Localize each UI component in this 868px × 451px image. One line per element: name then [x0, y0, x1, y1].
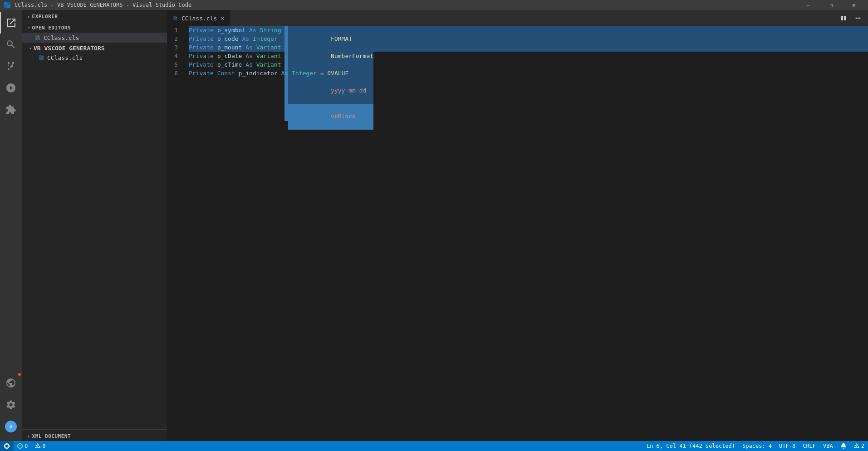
- activity-item-remote[interactable]: [0, 372, 22, 394]
- activity-item-debug[interactable]: [0, 77, 22, 99]
- main-layout: A › EXPLORER › OPEN EDITORS cls CClass.c…: [0, 10, 868, 441]
- tab-label: CClass.cls: [181, 15, 217, 22]
- top-right-buttons: [837, 10, 864, 26]
- sidebar: › EXPLORER › OPEN EDITORS cls CClass.cls…: [22, 10, 167, 441]
- status-notifications[interactable]: [837, 441, 850, 451]
- xml-doc-section: › XML DOCUMENT: [22, 429, 167, 441]
- svg-rect-3: [7, 5, 10, 8]
- xml-doc-label: XML DOCUMENT: [32, 433, 71, 439]
- svg-point-7: [856, 17, 857, 19]
- more-actions-button[interactable]: [852, 12, 864, 24]
- close-button[interactable]: ✕: [843, 0, 864, 10]
- status-warnings[interactable]: 0: [31, 441, 49, 451]
- vb-file-cclass[interactable]: cls CClass.cls: [22, 53, 167, 63]
- svg-point-9: [859, 17, 861, 19]
- xml-doc-header[interactable]: › XML DOCUMENT: [22, 430, 167, 441]
- tab-close-button[interactable]: ✕: [221, 15, 224, 22]
- maximize-button[interactable]: □: [821, 0, 842, 10]
- editor-area: CClass.cls ✕ 1 2 3: [167, 10, 868, 441]
- tab-cclass[interactable]: CClass.cls ✕: [167, 10, 230, 26]
- status-bar: 0 0 Ln 6, Col 41 (442 selected) Spaces: …: [0, 441, 868, 451]
- open-editors-label: OPEN EDITORS: [32, 25, 71, 31]
- vb-file-filename: CClass.cls: [47, 54, 83, 61]
- explorer-icon: [6, 17, 17, 28]
- status-spaces[interactable]: Spaces: 4: [739, 441, 775, 451]
- line-num-3: 3: [167, 43, 181, 52]
- settings-icon: [5, 399, 16, 410]
- svg-rect-1: [7, 2, 10, 5]
- status-bar-right: Ln 6, Col 41 (442 selected) Spaces: 4 UT…: [643, 441, 868, 451]
- activity-item-extensions[interactable]: [0, 99, 22, 121]
- debug-icon: [5, 82, 16, 93]
- status-position-text: Ln 6, Col 41 (442 selected): [647, 443, 735, 449]
- status-line-ending[interactable]: CRLF: [799, 441, 819, 451]
- kw-private-1: Private: [189, 26, 214, 34]
- notification-dot: [18, 373, 21, 376]
- status-position[interactable]: Ln 6, Col 41 (442 selected): [643, 441, 739, 451]
- warning-icon: [35, 443, 40, 449]
- search-icon: [5, 39, 16, 50]
- editor-content[interactable]: 1 2 3 4 5 6 Private p_symbol As String: [167, 26, 868, 441]
- line-num-2: 2: [167, 34, 181, 43]
- title-bar: CClass.cls - VB VSCODE GENERATORS - Visu…: [0, 0, 868, 10]
- activity-item-search[interactable]: [0, 34, 22, 55]
- avatar-circle: A: [5, 421, 17, 432]
- tab-bar: CClass.cls ✕: [167, 10, 868, 26]
- status-language-text: VBA: [823, 443, 833, 449]
- minimize-button[interactable]: ─: [798, 0, 819, 10]
- status-alerts-count: 2: [861, 443, 864, 449]
- explorer-header[interactable]: › EXPLORER: [22, 10, 167, 21]
- activity-bar: A: [0, 10, 22, 441]
- error-icon: [17, 443, 23, 449]
- explorer-title: EXPLORER: [32, 14, 58, 19]
- vb-generators-header[interactable]: › VB VSCODE GENERATORS: [22, 43, 167, 53]
- open-editor-file-cclass[interactable]: cls CClass.cls: [22, 33, 167, 43]
- status-errors[interactable]: 0: [14, 441, 31, 451]
- app-icon: [4, 1, 11, 9]
- split-editor-icon: [840, 15, 847, 22]
- window-title: CClass.cls - VB VSCODE GENERATORS - Visu…: [15, 2, 191, 8]
- svg-point-8: [858, 17, 859, 19]
- var-p-symbol: p_symbol: [217, 26, 246, 34]
- xml-doc-chevron: ›: [27, 434, 30, 439]
- user-avatar[interactable]: A: [0, 416, 22, 437]
- file-icon-cls: cls: [34, 34, 41, 41]
- kw-as-1: As: [249, 26, 256, 34]
- status-line-ending-text: CRLF: [803, 443, 816, 449]
- code-lines: Private p_symbol As String FORMATCOLOR B…: [185, 26, 868, 441]
- status-encoding[interactable]: UTF-8: [775, 441, 799, 451]
- explorer-chevron: ›: [27, 14, 30, 19]
- svg-text:cls: cls: [39, 57, 44, 60]
- code-line-6: Private Const p_indicator As Integer = 0: [189, 69, 868, 78]
- status-spaces-text: Spaces: 4: [742, 443, 772, 449]
- code-line-5: Private p_cTime As Variant FORMAT Number…: [189, 60, 868, 69]
- title-bar-left: CClass.cls - VB VSCODE GENERATORS - Visu…: [4, 1, 191, 9]
- status-encoding-text: UTF-8: [779, 443, 795, 449]
- type-string: String: [260, 26, 281, 34]
- line-num-4: 4: [167, 52, 181, 60]
- title-bar-controls: ─ □ ✕: [798, 0, 864, 10]
- file-icon-cls2: cls: [38, 54, 44, 61]
- open-editors-header[interactable]: › OPEN EDITORS: [22, 21, 167, 33]
- vb-generators-chevron: ›: [28, 47, 33, 49]
- remote-status-icon: [4, 443, 10, 449]
- status-language[interactable]: VBA: [819, 441, 837, 451]
- status-alerts[interactable]: 2: [850, 441, 868, 451]
- open-editors-chevron: ›: [26, 26, 31, 29]
- activity-item-explorer[interactable]: [0, 12, 22, 34]
- line-num-5: 5: [167, 60, 181, 69]
- svg-rect-2: [4, 5, 7, 8]
- line-numbers: 1 2 3 4 5 6: [167, 26, 185, 441]
- more-actions-icon: [854, 15, 862, 22]
- status-remote[interactable]: [0, 441, 14, 451]
- source-control-icon: [5, 61, 16, 72]
- activity-item-source-control[interactable]: [0, 55, 22, 77]
- svg-text:cls: cls: [36, 37, 40, 40]
- vb-generators-label: VB VSCODE GENERATORS: [34, 45, 105, 52]
- extensions-icon: [5, 104, 16, 115]
- error-count: 0: [25, 443, 28, 449]
- activity-item-settings[interactable]: [0, 394, 22, 416]
- split-editor-button[interactable]: [837, 12, 850, 24]
- line-num-1: 1: [167, 26, 181, 34]
- line-num-6: 6: [167, 69, 181, 78]
